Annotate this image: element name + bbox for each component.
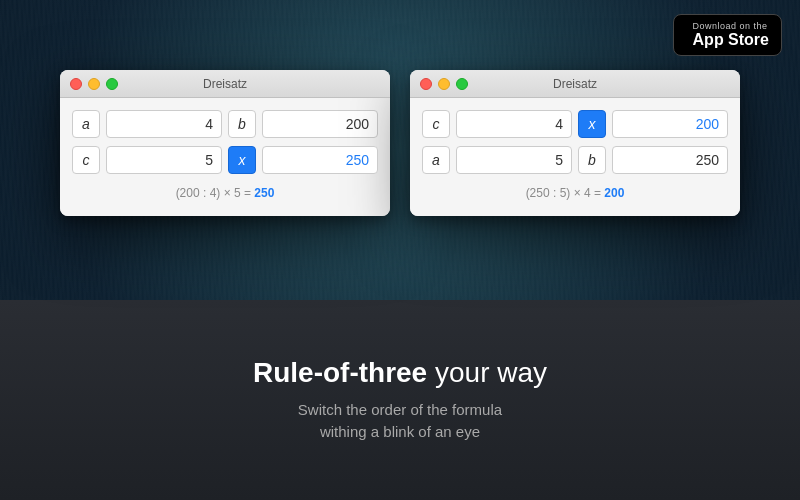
traffic-lights-left <box>70 78 118 90</box>
maximize-button-right[interactable] <box>456 78 468 90</box>
promo-subline1: Switch the order of the formula <box>298 401 502 418</box>
var-label-a: a <box>72 110 100 138</box>
var-label-x-right: x <box>578 110 606 138</box>
promo-subline2: withing a blink of an eye <box>320 423 480 440</box>
var-label-b: b <box>228 110 256 138</box>
app-store-badge[interactable]: Download on the App Store <box>673 14 782 56</box>
window-left: Dreisatz a 4 b 200 c 5 x 250 (200 : 4) ×… <box>60 70 390 216</box>
var-value-200[interactable]: 200 <box>262 110 378 138</box>
window-right: Dreisatz c 4 x 200 a 5 b 250 (250 : 5) ×… <box>410 70 740 216</box>
equation-right: (250 : 5) × 4 = 200 <box>422 182 728 204</box>
window-content-right: c 4 x 200 a 5 b 250 (250 : 5) × 4 = 200 <box>410 98 740 216</box>
windows-container: Dreisatz a 4 b 200 c 5 x 250 (200 : 4) ×… <box>0 70 800 216</box>
var-value-5-right[interactable]: 5 <box>456 146 572 174</box>
var-value-5[interactable]: 5 <box>106 146 222 174</box>
traffic-lights-right <box>420 78 468 90</box>
window-content-left: a 4 b 200 c 5 x 250 (200 : 4) × 5 = 250 <box>60 98 390 216</box>
window-title-right: Dreisatz <box>553 77 597 91</box>
formula-row-right-2: a 5 b 250 <box>422 146 728 174</box>
promo-section: Rule-of-three your way Switch the order … <box>0 300 800 500</box>
var-value-4-right[interactable]: 4 <box>456 110 572 138</box>
promo-headline: Rule-of-three your way <box>253 357 547 389</box>
equation-left: (200 : 4) × 5 = 250 <box>72 182 378 204</box>
var-label-c-right: c <box>422 110 450 138</box>
window-title-left: Dreisatz <box>203 77 247 91</box>
var-value-250-right[interactable]: 250 <box>612 146 728 174</box>
var-value-x-right[interactable]: 200 <box>612 110 728 138</box>
titlebar-left: Dreisatz <box>60 70 390 98</box>
minimize-button-right[interactable] <box>438 78 450 90</box>
promo-headline-bold: Rule-of-three <box>253 357 427 388</box>
var-value-x-left[interactable]: 250 <box>262 146 378 174</box>
var-value-4[interactable]: 4 <box>106 110 222 138</box>
equation-text-right: (250 : 5) × 4 = <box>526 186 605 200</box>
app-store-label: App Store <box>693 31 769 49</box>
x-value-left: 250 <box>346 152 369 168</box>
var-label-b-right: b <box>578 146 606 174</box>
titlebar-right: Dreisatz <box>410 70 740 98</box>
var-label-a-right: a <box>422 146 450 174</box>
x-value-right: 200 <box>696 116 719 132</box>
formula-row-left-1: a 4 b 200 <box>72 110 378 138</box>
close-button-left[interactable] <box>70 78 82 90</box>
minimize-button-left[interactable] <box>88 78 100 90</box>
promo-subtext: Switch the order of the formula withing … <box>298 399 502 444</box>
formula-row-right-1: c 4 x 200 <box>422 110 728 138</box>
badge-text-container: Download on the App Store <box>693 21 769 49</box>
formula-row-left-2: c 5 x 250 <box>72 146 378 174</box>
var-label-c: c <box>72 146 100 174</box>
maximize-button-left[interactable] <box>106 78 118 90</box>
download-on-label: Download on the <box>693 21 769 31</box>
promo-headline-regular: your way <box>427 357 547 388</box>
var-label-x-left: x <box>228 146 256 174</box>
close-button-right[interactable] <box>420 78 432 90</box>
equation-result-right: 200 <box>604 186 624 200</box>
equation-text-left: (200 : 4) × 5 = <box>176 186 255 200</box>
equation-result-left: 250 <box>254 186 274 200</box>
